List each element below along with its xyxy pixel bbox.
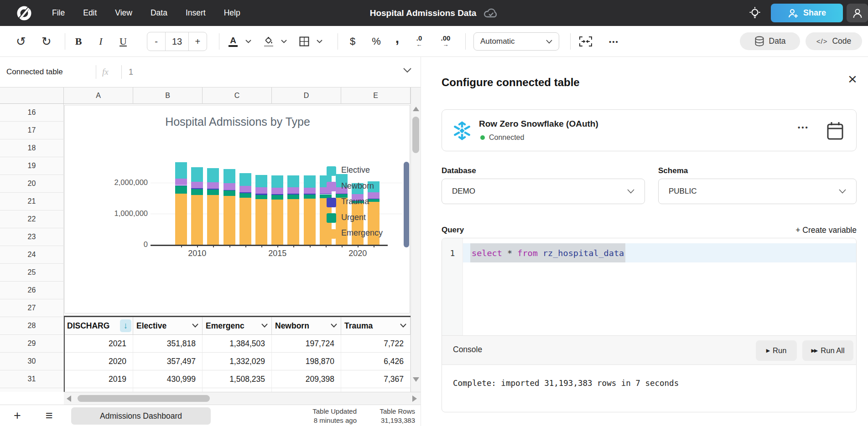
undo-button[interactable]: ↺: [13, 26, 29, 57]
row-header-30[interactable]: 30: [0, 353, 64, 370]
table-cell[interactable]: 2021: [64, 335, 133, 353]
more-options-button[interactable]: •••: [604, 26, 624, 57]
row-header-26[interactable]: 26: [0, 282, 64, 299]
sheet-tab-admissions-dashboard[interactable]: Admissions Dashboard: [71, 407, 211, 425]
table-column-header-trauma[interactable]: Trauma: [341, 317, 411, 335]
bar-segment-emergency-2014[interactable]: [255, 199, 267, 245]
menu-file[interactable]: File: [43, 5, 74, 21]
table-cell[interactable]: 351,818: [133, 335, 203, 353]
row-header-19[interactable]: 19: [0, 157, 64, 175]
table-cell[interactable]: 1,332,029: [203, 353, 272, 370]
scroll-up-arrow[interactable]: [413, 107, 419, 111]
bar-segment-newborn-2009[interactable]: [175, 179, 187, 185]
fit-columns-button[interactable]: [576, 26, 596, 57]
bar-segment-trauma-2017[interactable]: [304, 194, 316, 195]
lightbulb-icon[interactable]: [747, 5, 763, 21]
bar-segment-newborn-2017[interactable]: [304, 188, 316, 194]
column-filter-chevron[interactable]: [192, 323, 198, 328]
sheet-list-button[interactable]: ≡: [39, 405, 59, 426]
borders-chevron[interactable]: [314, 26, 325, 57]
bar-segment-urgent-2010[interactable]: [191, 189, 203, 195]
bar-segment-trauma-2014[interactable]: [255, 194, 267, 195]
column-filter-chevron[interactable]: [400, 323, 406, 328]
bar-segment-newborn-2021[interactable]: [368, 192, 379, 198]
table-column-header-discharg[interactable]: DISCHARG↓: [64, 317, 133, 335]
fill-color-button[interactable]: [260, 26, 277, 57]
code-view-button[interactable]: </> Code: [806, 32, 862, 50]
sql-query-text[interactable]: select * from rz_hospital_data: [470, 243, 625, 262]
formula-bar-expand-chevron[interactable]: [403, 68, 411, 73]
chart-scrollbar-thumb[interactable]: [404, 162, 409, 247]
table-cell[interactable]: 2020: [64, 353, 133, 370]
bar-segment-newborn-2014[interactable]: [255, 187, 267, 194]
bar-segment-emergency-2021[interactable]: [368, 202, 379, 245]
schema-select[interactable]: PUBLIC: [658, 179, 857, 204]
table-cell[interactable]: 1,384,503: [203, 335, 272, 353]
percent-format-button[interactable]: %: [367, 26, 386, 57]
vertical-scroll-thumb[interactable]: [412, 117, 419, 153]
table-cell[interactable]: 430,999: [133, 370, 203, 388]
bar-segment-trauma-2019[interactable]: [336, 194, 348, 194]
run-all-button[interactable]: ▶▶ Run All: [802, 340, 853, 361]
bar-segment-trauma-2015[interactable]: [271, 194, 283, 195]
redo-button[interactable]: ↻: [38, 26, 55, 57]
bar-segment-elective-2015[interactable]: [271, 175, 283, 188]
bar-segment-newborn-2011[interactable]: [207, 182, 219, 189]
decrease-decimal-button[interactable]: .0 ←: [409, 26, 430, 57]
bar-segment-emergency-2012[interactable]: [223, 196, 235, 245]
bar-segment-urgent-2016[interactable]: [287, 195, 299, 199]
menu-help[interactable]: Help: [215, 5, 249, 21]
table-cell[interactable]: 7,722: [341, 335, 411, 353]
bar-segment-trauma-2012[interactable]: [223, 190, 235, 191]
fill-color-chevron[interactable]: [278, 26, 289, 57]
row-header-32[interactable]: 32: [0, 388, 64, 392]
menu-insert[interactable]: Insert: [177, 5, 215, 21]
menu-data[interactable]: Data: [141, 5, 177, 21]
column-filter-chevron[interactable]: [261, 323, 268, 328]
data-view-button[interactable]: Data: [740, 32, 800, 50]
bar-segment-newborn-2010[interactable]: [191, 182, 203, 188]
row-header-17[interactable]: 17: [0, 122, 64, 139]
column-header-B[interactable]: B: [133, 87, 203, 104]
row-header-16[interactable]: 16: [0, 104, 64, 122]
bar-segment-elective-2011[interactable]: [207, 168, 219, 182]
horizontal-scrollbar[interactable]: [64, 392, 421, 405]
bar-segment-elective-2017[interactable]: [304, 175, 316, 188]
scroll-left-arrow[interactable]: [67, 395, 71, 402]
run-button[interactable]: ▶ Run: [756, 340, 797, 361]
table-cell[interactable]: 2019: [64, 370, 133, 388]
menu-view[interactable]: View: [106, 5, 141, 21]
close-panel-button[interactable]: ×: [844, 71, 861, 87]
bar-segment-newborn-2012[interactable]: [223, 183, 235, 190]
bar-segment-emergency-2010[interactable]: [191, 195, 203, 245]
add-sheet-button[interactable]: +: [7, 405, 27, 426]
bar-segment-elective-2013[interactable]: [239, 173, 251, 186]
text-color-button[interactable]: A: [224, 26, 242, 57]
menu-edit[interactable]: Edit: [74, 5, 106, 21]
horizontal-scroll-thumb[interactable]: [78, 395, 210, 402]
increase-decimal-button[interactable]: .00 →: [434, 26, 457, 57]
table-cell[interactable]: 7,367: [341, 370, 411, 388]
row-header-18[interactable]: 18: [0, 139, 64, 157]
column-header-D[interactable]: D: [272, 87, 341, 104]
chart-overlay[interactable]: Hospital Admissions by Type 01,000,0002,…: [64, 105, 410, 313]
rowzero-logo-icon[interactable]: [14, 4, 35, 22]
document-title[interactable]: Hospital Admissions Data: [370, 8, 477, 18]
font-size-value[interactable]: 13: [165, 32, 188, 51]
number-format-select[interactable]: Automatic: [473, 32, 559, 51]
bar-segment-urgent-2021[interactable]: [368, 199, 379, 201]
row-header-31[interactable]: 31: [0, 370, 64, 388]
row-header-29[interactable]: 29: [0, 335, 64, 353]
bar-segment-urgent-2014[interactable]: [255, 195, 267, 200]
row-header-20[interactable]: 20: [0, 175, 64, 193]
table-cell[interactable]: 1,508,235: [203, 370, 272, 388]
text-color-chevron[interactable]: [243, 26, 254, 57]
name-box[interactable]: Connected table: [6, 57, 63, 87]
italic-button[interactable]: I: [93, 26, 109, 57]
bar-segment-emergency-2011[interactable]: [207, 195, 219, 245]
bar-segment-emergency-2017[interactable]: [304, 199, 316, 245]
bar-segment-newborn-2013[interactable]: [239, 186, 251, 192]
row-header-28[interactable]: 28: [0, 317, 64, 335]
bar-segment-trauma-2009[interactable]: [175, 185, 187, 186]
bar-segment-trauma-2010[interactable]: [191, 188, 203, 189]
